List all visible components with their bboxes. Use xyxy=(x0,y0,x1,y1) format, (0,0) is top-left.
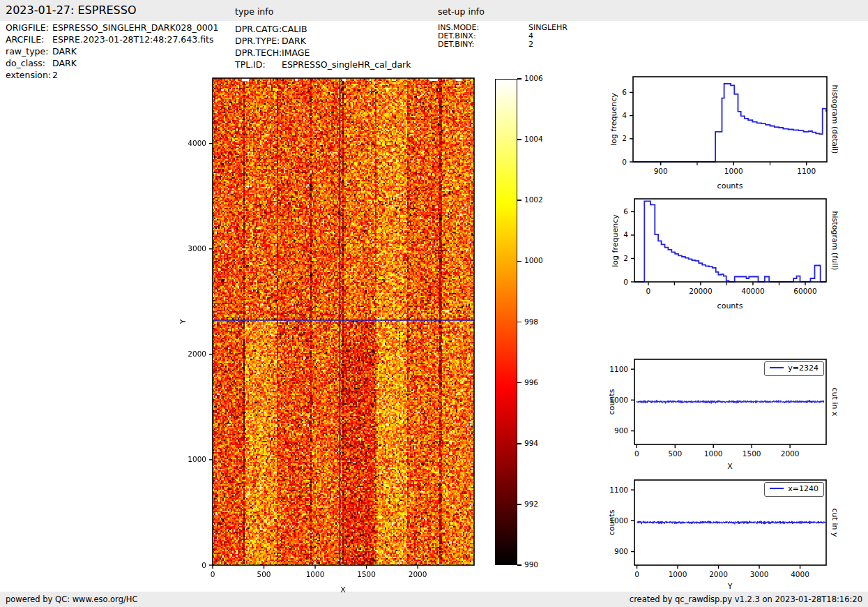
field-value: IMAGE xyxy=(282,47,310,58)
svg-text:0: 0 xyxy=(211,570,215,578)
cut-in-x-legend: y=2324 xyxy=(764,361,824,376)
histogram-full-right-label: histogram (full) xyxy=(830,211,839,271)
svg-text:4000: 4000 xyxy=(188,139,206,147)
field-label: do_class: xyxy=(6,58,52,68)
field-label: raw_type: xyxy=(6,46,52,57)
colorbar-tick-label: 1000 xyxy=(524,256,543,264)
svg-text:900: 900 xyxy=(654,167,668,175)
histogram-full-y-label: log frequency xyxy=(611,214,620,267)
cut-in-x-plot: y=2324 050010001500200090010001100 xyxy=(634,359,826,444)
legend-line-sample xyxy=(770,488,784,490)
footer-created-by: created by qc_rawdisp.py v1.2.3 on 2023-… xyxy=(630,594,862,605)
svg-text:1100: 1100 xyxy=(609,365,628,373)
svg-text:0: 0 xyxy=(622,158,627,166)
field-label: ARCFILE: xyxy=(6,34,52,45)
heatmap-x-axis-label: X xyxy=(340,585,346,594)
field-label: extension: xyxy=(6,70,52,80)
type-info-row: DPR.TYPE:DARK xyxy=(235,36,306,46)
svg-text:4000: 4000 xyxy=(791,570,809,578)
cut-in-x-x-label: X xyxy=(727,462,733,471)
svg-text:1100: 1100 xyxy=(609,486,628,494)
cut-in-y-x-label: Y xyxy=(728,582,733,591)
svg-text:1100: 1100 xyxy=(797,167,816,175)
svg-text:1000: 1000 xyxy=(669,570,687,578)
file-info-row: extension:2 xyxy=(6,70,58,80)
field-value: 2 xyxy=(528,40,533,49)
svg-text:0: 0 xyxy=(623,278,628,286)
svg-text:0: 0 xyxy=(646,287,651,295)
colorbar-tick-label: 998 xyxy=(524,317,538,326)
cut-in-y-y-label: counts xyxy=(607,510,616,536)
svg-text:1000: 1000 xyxy=(724,167,743,175)
type-info-row: TPL.ID:ESPRESSO_singleHR_cal_dark xyxy=(235,59,411,70)
file-info-row: ARCFILE:ESPRE.2023-01-28T12:48:27.643.fi… xyxy=(6,34,213,45)
setup-info-row: DET.BINY:2 xyxy=(438,40,533,49)
field-label: DPR.TYPE: xyxy=(235,36,282,46)
svg-text:2000: 2000 xyxy=(781,449,800,458)
file-info-row: ORIGFILE:ESPRESSO_SINGLEHR_DARK028_0001 xyxy=(6,22,219,33)
colorbar-tick-label: 996 xyxy=(524,378,538,387)
field-value: CALIB xyxy=(282,24,307,34)
qc-report-page: 2023-01-27: ESPRESSO type info set-up in… xyxy=(0,0,868,607)
svg-text:1000: 1000 xyxy=(188,455,206,463)
colorbar-tick-label: 1004 xyxy=(524,135,543,143)
field-label: DPR.CATG: xyxy=(235,24,282,34)
field-label: TPL.ID: xyxy=(235,59,282,70)
legend-label: x=1240 xyxy=(788,484,818,493)
field-value: 2 xyxy=(52,70,58,80)
setup-info-heading: set-up info xyxy=(438,6,485,17)
svg-text:3000: 3000 xyxy=(750,570,769,578)
field-value: SINGLEHR xyxy=(528,23,568,32)
svg-text:6: 6 xyxy=(622,88,627,96)
svg-text:40000: 40000 xyxy=(741,287,764,295)
svg-text:2000: 2000 xyxy=(188,350,206,358)
histogram-full-x-label: counts xyxy=(717,301,743,310)
svg-text:500: 500 xyxy=(668,449,682,458)
svg-text:1000: 1000 xyxy=(306,570,325,578)
colorbar xyxy=(495,79,517,565)
field-value: DARK xyxy=(52,58,77,68)
type-info-row: DPR.TECH:IMAGE xyxy=(235,47,310,58)
svg-text:0: 0 xyxy=(634,570,639,578)
legend-label: y=2324 xyxy=(788,364,818,373)
svg-text:20000: 20000 xyxy=(689,287,712,295)
histogram-detail-plot: 900100011000246 xyxy=(633,77,827,162)
type-info-row: DPR.CATG:CALIB xyxy=(235,24,307,34)
colorbar-tick-label: 990 xyxy=(524,560,538,569)
cut-in-y-right-label: cut in y xyxy=(830,509,839,537)
colorbar-tick xyxy=(517,564,521,566)
svg-text:1000: 1000 xyxy=(704,449,723,458)
svg-text:1500: 1500 xyxy=(743,449,761,458)
field-value: ESPRESSO_SINGLEHR_DARK028_0001 xyxy=(52,22,219,33)
raw-image-heatmap: 050010001500200001000200030004000 xyxy=(213,78,474,565)
svg-text:4: 4 xyxy=(623,230,628,239)
svg-text:0: 0 xyxy=(201,561,206,569)
histogram-full-plot: 02000040000600000246 xyxy=(634,199,826,282)
legend-line-sample xyxy=(770,367,784,369)
histogram-detail-x-label: counts xyxy=(717,181,743,190)
svg-text:3000: 3000 xyxy=(188,244,206,253)
svg-text:2000: 2000 xyxy=(709,570,728,578)
colorbar-tick xyxy=(517,504,521,505)
field-label: DET.BINY: xyxy=(438,40,528,49)
colorbar-tick xyxy=(517,443,521,444)
svg-text:60000: 60000 xyxy=(793,287,816,295)
colorbar-tick-label: 994 xyxy=(524,439,538,447)
heatmap-y-axis-label: Y xyxy=(178,320,188,324)
colorbar-tick xyxy=(517,200,521,201)
field-value: DARK xyxy=(282,36,306,46)
svg-text:500: 500 xyxy=(257,570,271,578)
colorbar-tick xyxy=(517,382,521,384)
histogram-detail-right-label: histogram (detail) xyxy=(830,85,839,154)
type-info-heading: type info xyxy=(235,6,273,17)
svg-text:6: 6 xyxy=(623,207,628,216)
page-title: 2023-01-27: ESPRESSO xyxy=(6,3,137,17)
svg-text:2: 2 xyxy=(623,254,628,262)
cut-in-x-y-label: counts xyxy=(607,389,616,415)
colorbar-tick-label: 992 xyxy=(524,500,538,508)
field-value: ESPRE.2023-01-28T12:48:27.643.fits xyxy=(52,34,213,45)
svg-text:2: 2 xyxy=(622,134,627,142)
histogram-detail-y-label: log frequency xyxy=(609,93,618,145)
field-value: DARK xyxy=(52,46,77,57)
field-value: ESPRESSO_singleHR_cal_dark xyxy=(282,59,411,70)
